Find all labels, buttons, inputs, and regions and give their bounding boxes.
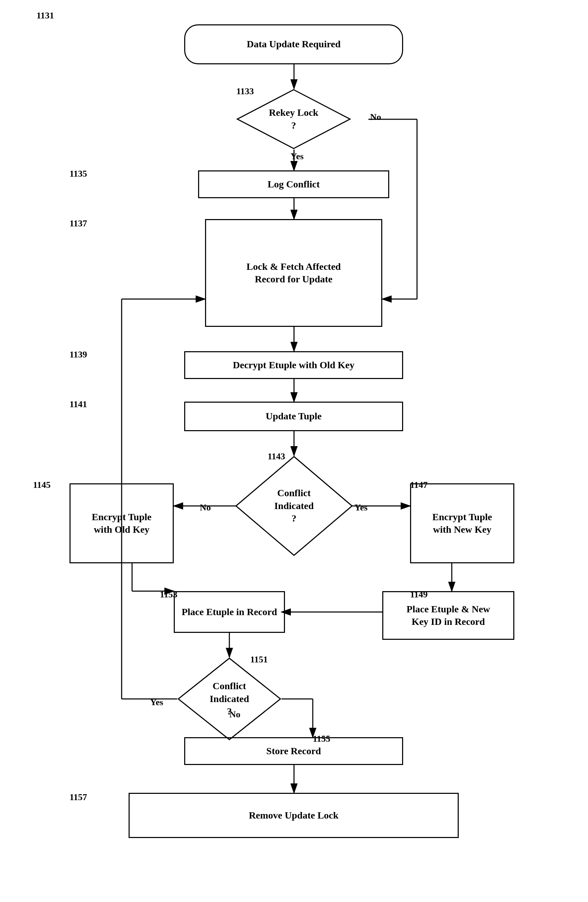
diamond-1143: ConflictIndicated? (235, 456, 353, 556)
place-etuple-label: Place Etuple in Record (182, 606, 277, 618)
decrypt-label: Decrypt Etuple with Old Key (233, 359, 355, 371)
log-conflict-node: Log Conflict (198, 171, 389, 198)
branch-rekey-no: No (370, 112, 381, 122)
place-etuple-new-node: Place Etuple & New Key ID in Record (382, 591, 514, 640)
branch-conflict1-yes: Yes (355, 503, 368, 513)
remove-lock-label: Remove Update Lock (249, 809, 338, 822)
node-id-1145: 1145 (33, 480, 51, 490)
log-conflict-label: Log Conflict (267, 178, 320, 191)
place-etuple-new-label: Place Etuple & New Key ID in Record (407, 603, 490, 628)
node-id-1157: 1157 (69, 792, 87, 803)
node-id-1139: 1139 (69, 349, 87, 360)
start-node: Data Update Required (184, 24, 403, 64)
place-etuple-node: Place Etuple in Record (174, 591, 285, 633)
diamond-1151: ConflictIndicated? (177, 657, 281, 741)
node-id-1137: 1137 (69, 218, 87, 229)
branch-conflict1-no: No (200, 503, 211, 513)
diamond-1133: Rekey Lock? (236, 89, 351, 150)
store-record-label: Store Record (266, 745, 321, 757)
node-id-1141: 1141 (69, 399, 87, 410)
node-id-1135: 1135 (69, 169, 87, 179)
diamond-1151-label: ConflictIndicated? (210, 680, 249, 718)
diagram-container: 1131 Data Update Required 1133 Rekey Loc… (0, 0, 588, 902)
decrypt-node: Decrypt Etuple with Old Key (184, 351, 403, 379)
diamond-1143-label: ConflictIndicated? (274, 487, 314, 525)
store-record-node: Store Record (184, 737, 403, 765)
lock-fetch-label: Lock & Fetch Affected Record for Update (246, 260, 341, 286)
remove-lock-node: Remove Update Lock (128, 793, 459, 838)
encrypt-old-label: Encrypt Tuple with Old Key (92, 511, 152, 536)
lock-fetch-node: Lock & Fetch Affected Record for Update (205, 219, 382, 327)
encrypt-old-node: Encrypt Tuple with Old Key (69, 483, 174, 563)
branch-rekey-yes: Yes (291, 151, 304, 162)
update-tuple-label: Update Tuple (266, 410, 321, 423)
update-tuple-node: Update Tuple (184, 402, 403, 431)
node-id-1131: 1131 (36, 11, 54, 21)
encrypt-new-label: Encrypt Tuple with New Key (432, 511, 492, 536)
diamond-1133-label: Rekey Lock? (269, 106, 318, 132)
start-label: Data Update Required (247, 38, 341, 50)
encrypt-new-node: Encrypt Tuple with New Key (410, 483, 514, 563)
branch-conflict2-yes: Yes (150, 697, 163, 708)
